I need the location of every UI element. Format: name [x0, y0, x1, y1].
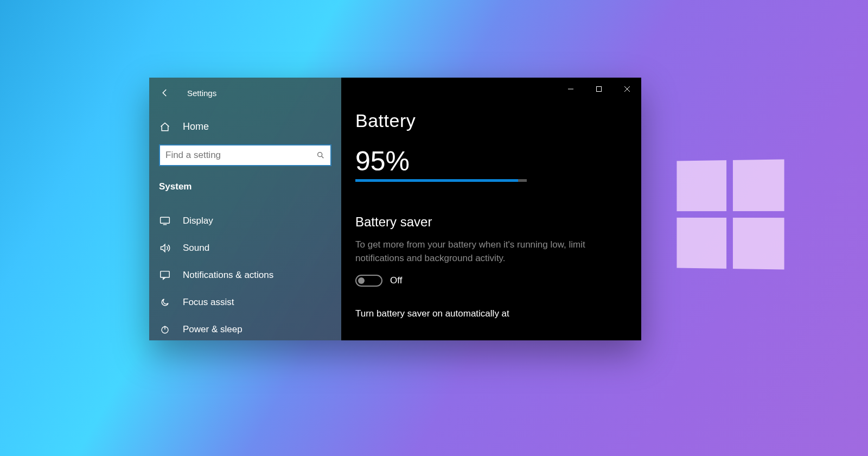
battery-saver-description: To get more from your battery when it's … — [355, 238, 627, 265]
search-field[interactable] — [165, 150, 316, 161]
battery-progress-fill — [355, 179, 518, 182]
sidebar-item-label: Notifications & actions — [183, 270, 273, 281]
maximize-button[interactable] — [585, 78, 613, 100]
battery-saver-toggle[interactable] — [355, 275, 382, 287]
home-icon — [159, 122, 171, 132]
toggle-knob — [358, 277, 365, 284]
auto-battery-saver-label: Turn battery saver on automatically at — [355, 308, 641, 319]
sidebar-item-sound[interactable]: Sound — [149, 235, 341, 262]
svg-rect-5 — [161, 271, 169, 277]
sidebar-item-label: Display — [183, 216, 213, 226]
sidebar-item-power-sleep[interactable]: Power & sleep — [149, 316, 341, 340]
sidebar-nav-list: Display Sound — [149, 207, 341, 340]
power-icon — [159, 325, 171, 334]
battery-saver-toggle-label: Off — [390, 275, 402, 286]
sidebar-item-display[interactable]: Display — [149, 207, 341, 235]
settings-content: Battery 95% Battery saver To get more fr… — [341, 78, 641, 340]
sidebar-item-label: Focus assist — [183, 297, 234, 308]
svg-line-1 — [322, 156, 323, 158]
battery-progress-bar — [355, 179, 527, 182]
notifications-icon — [159, 270, 171, 280]
display-icon — [159, 216, 171, 226]
settings-window: Settings Home — [149, 78, 641, 340]
window-controls — [557, 78, 641, 100]
page-title: Battery — [355, 110, 641, 131]
battery-percent: 95% — [355, 145, 641, 177]
back-button[interactable] — [159, 88, 171, 98]
sidebar-item-focus-assist[interactable]: Focus assist — [149, 289, 341, 316]
minimize-button[interactable] — [557, 78, 585, 100]
search-icon — [316, 151, 325, 160]
close-button[interactable] — [613, 78, 641, 100]
desktop-wallpaper: Settings Home — [0, 0, 868, 456]
sidebar-item-home[interactable]: Home — [149, 112, 341, 141]
sidebar-item-label: Sound — [183, 243, 209, 254]
svg-point-0 — [318, 153, 322, 157]
sidebar-item-label: Power & sleep — [183, 324, 242, 335]
sidebar-item-label: Home — [183, 121, 209, 132]
sound-icon — [159, 243, 171, 254]
sidebar-item-notifications[interactable]: Notifications & actions — [149, 262, 341, 289]
settings-sidebar: Settings Home — [149, 78, 341, 340]
windows-logo — [676, 159, 784, 269]
svg-marker-4 — [161, 244, 165, 251]
svg-rect-9 — [597, 87, 602, 92]
battery-saver-heading: Battery saver — [355, 214, 641, 230]
sidebar-section-title: System — [149, 166, 341, 198]
window-title: Settings — [187, 88, 216, 98]
svg-rect-2 — [161, 217, 170, 223]
moon-icon — [159, 297, 171, 307]
sidebar-titlebar: Settings — [149, 83, 341, 103]
search-input[interactable] — [159, 144, 331, 166]
